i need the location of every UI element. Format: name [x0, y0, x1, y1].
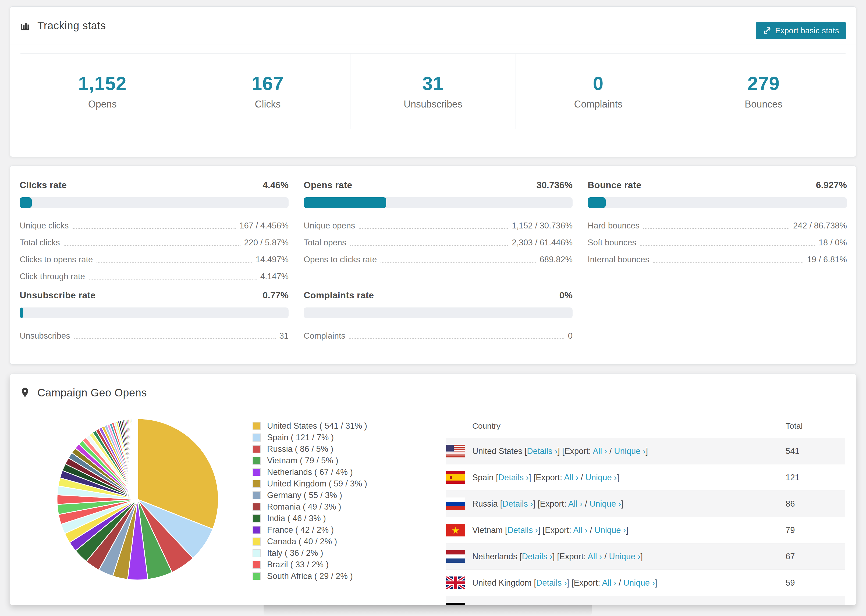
- details-link[interactable]: Details ›: [502, 499, 533, 509]
- legend-swatch: [252, 526, 261, 534]
- stat-label: Opens: [88, 99, 117, 110]
- country-name: Netherlands: [472, 552, 517, 561]
- export-all-link[interactable]: All ›: [587, 552, 602, 561]
- details-link[interactable]: Details ›: [536, 578, 567, 588]
- export-unique-link[interactable]: Unique ›: [609, 552, 640, 561]
- details-link[interactable]: Details ›: [498, 473, 529, 482]
- page-title: Tracking stats: [38, 20, 106, 32]
- details-link[interactable]: Details ›: [527, 446, 557, 456]
- export-all-link[interactable]: All ›: [564, 473, 578, 482]
- stat-value: 279: [747, 73, 780, 94]
- tracking-stats-card: Tracking stats Export basic stats 1,152 …: [10, 6, 856, 157]
- country-cell: Netherlands [Details ›] [Export: All › /…: [472, 552, 786, 561]
- rate-title: Opens rate: [304, 180, 352, 190]
- summary-stats-row: 1,152 Opens 167 Clicks 31 Unsubscribes 0…: [20, 53, 846, 129]
- stat-box: 167 Clicks: [185, 54, 351, 129]
- export-prefix: [Export:: [538, 499, 568, 509]
- legend-swatch: [252, 491, 261, 499]
- dotted-leader: [350, 245, 508, 246]
- country-cell: Spain [Details ›] [Export: All › / Uniqu…: [472, 473, 786, 482]
- dotted-leader: [96, 262, 252, 262]
- rate-panel: Bounce rate 6.927% Hard bounces 242 / 86…: [587, 180, 847, 272]
- legend-label: Canada ( 40 / 2% ): [267, 537, 337, 546]
- flag-vn-icon: ★: [446, 524, 465, 536]
- total-cell: 67: [786, 552, 845, 561]
- legend-label: Brazil ( 33 / 2% ): [267, 560, 329, 569]
- rate-panel: Clicks rate 4.46% Unique clicks 167 / 4.…: [20, 180, 288, 289]
- export-all-link[interactable]: All ›: [602, 578, 616, 588]
- rate-metric-rows: Hard bounces 242 / 86.738% Soft bounces …: [587, 221, 847, 264]
- rate-panel: Opens rate 30.736% Unique opens 1,152 / …: [304, 180, 573, 272]
- legend-label: France ( 42 / 2% ): [267, 525, 334, 535]
- stat-box: 0 Complaints: [516, 54, 681, 129]
- bottom-page-shade: [264, 605, 592, 616]
- metric-label: Total clicks: [20, 238, 60, 248]
- export-basic-stats-button[interactable]: Export basic stats: [756, 22, 846, 39]
- export-icon: [763, 26, 772, 35]
- table-row: United States [Details ›] [Export: All ›…: [446, 438, 845, 464]
- legend-swatch: [252, 537, 261, 545]
- stat-value: 0: [593, 73, 604, 94]
- legend-swatch: [252, 457, 261, 465]
- legend-item: United States ( 541 / 31% ): [252, 420, 367, 432]
- metric-row: Complaints 0: [304, 331, 573, 341]
- details-link[interactable]: Details ›: [507, 525, 538, 535]
- legend-item: South Africa ( 29 / 2% ): [252, 570, 367, 582]
- export-all-link[interactable]: All ›: [568, 499, 583, 509]
- bar-chart-icon: [20, 20, 31, 32]
- table-row: United Kingdom [Details ›] [Export: All …: [446, 569, 845, 596]
- tracking-stats-header: Tracking stats Export basic stats: [10, 7, 856, 45]
- legend-item: Brazil ( 33 / 2% ): [252, 559, 367, 570]
- legend-swatch: [252, 549, 261, 557]
- geo-table-header: Country Total: [446, 414, 845, 438]
- metric-value: 220 / 5.87%: [244, 238, 288, 248]
- country-name: Spain: [472, 473, 493, 482]
- legend-label: Romania ( 49 / 3% ): [267, 502, 341, 512]
- rate-title: Complaints rate: [304, 290, 374, 300]
- legend-item: Italy ( 36 / 2% ): [252, 547, 367, 559]
- geo-header: Campaign Geo Opens: [10, 374, 856, 412]
- rate-value: 6.927%: [816, 180, 847, 190]
- legend-label: United Kingdom ( 59 / 3% ): [267, 479, 367, 489]
- country-cell: Vietnam [Details ›] [Export: All › / Uni…: [472, 525, 786, 535]
- flag-de-icon: [446, 603, 465, 605]
- progress-fill: [304, 197, 386, 208]
- flag-gb-icon: [446, 577, 465, 589]
- dotted-leader: [359, 228, 508, 229]
- rate-metric-rows: Unique opens 1,152 / 30.736% Total opens…: [304, 221, 573, 264]
- progress-bar: [304, 308, 573, 318]
- country-cell: United Kingdom [Details ›] [Export: All …: [472, 578, 786, 588]
- rate-value: 4.46%: [263, 180, 288, 190]
- export-unique-link[interactable]: Unique ›: [585, 473, 617, 482]
- progress-fill: [20, 197, 32, 208]
- legend-item: Canada ( 40 / 2% ): [252, 536, 367, 547]
- stat-box: 31 Unsubscribes: [350, 54, 516, 129]
- flag-es-icon: [446, 471, 465, 484]
- export-unique-link[interactable]: Unique ›: [589, 499, 621, 509]
- metric-label: Unsubscribes: [20, 331, 70, 341]
- export-all-link[interactable]: All ›: [593, 446, 607, 456]
- legend-swatch: [252, 572, 261, 580]
- legend-label: Russia ( 86 / 5% ): [267, 444, 333, 454]
- details-link[interactable]: Details ›: [522, 552, 553, 561]
- export-unique-link[interactable]: Unique ›: [624, 578, 655, 588]
- total-column-header: Total: [786, 421, 845, 431]
- export-unique-link[interactable]: Unique ›: [594, 525, 626, 535]
- total-cell: 541: [786, 446, 845, 456]
- legend-label: India ( 46 / 3% ): [267, 514, 326, 523]
- metric-label: Total opens: [304, 238, 346, 248]
- metric-value: 242 / 86.738%: [793, 221, 847, 231]
- country-cell: United States [Details ›] [Export: All ›…: [472, 446, 786, 456]
- pie-slice: [137, 419, 138, 499]
- export-all-link[interactable]: All ›: [573, 525, 587, 535]
- rate-value: 30.736%: [537, 180, 573, 190]
- metric-label: Soft bounces: [587, 238, 636, 248]
- legend-label: Spain ( 121 / 7% ): [267, 433, 334, 442]
- export-unique-link[interactable]: Unique ›: [614, 446, 646, 456]
- metric-label: Internal bounces: [587, 255, 649, 264]
- country-name: United States: [472, 446, 522, 456]
- metric-row: Hard bounces 242 / 86.738%: [587, 221, 847, 231]
- metric-row: Opens to clicks rate 689.82%: [304, 255, 573, 264]
- metric-label: Hard bounces: [587, 221, 639, 231]
- campaign-geo-opens-card: Campaign Geo Opens United States ( 541 /…: [10, 374, 856, 605]
